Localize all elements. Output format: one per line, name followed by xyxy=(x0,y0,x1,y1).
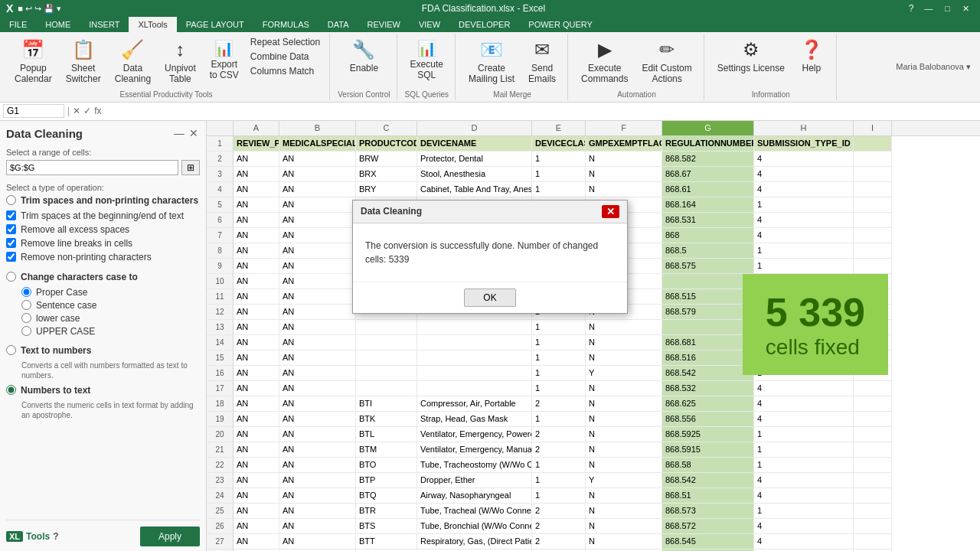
range-input[interactable] xyxy=(6,160,178,175)
cell-G8[interactable]: 868.5 xyxy=(662,243,754,259)
remove-non-printing-check[interactable] xyxy=(6,252,16,262)
help-sidebar-icon[interactable]: ? xyxy=(53,531,58,542)
cell-E2[interactable]: 1 xyxy=(532,152,586,167)
cell-C25[interactable]: BTR xyxy=(356,504,417,519)
cell-B21[interactable]: AN xyxy=(279,442,356,458)
cell-I26[interactable] xyxy=(854,519,892,534)
cell-B13[interactable]: AN xyxy=(279,320,356,335)
cell-F18[interactable]: N xyxy=(586,396,662,412)
cell-B11[interactable]: AN xyxy=(279,289,356,305)
col-header-b[interactable]: B xyxy=(279,121,356,135)
cell-E23[interactable]: 1 xyxy=(532,473,586,488)
cell-E25[interactable]: 2 xyxy=(532,504,586,519)
cell-G13[interactable] xyxy=(662,320,754,335)
cell-D14[interactable] xyxy=(417,335,532,350)
enable-button[interactable]: 🔧 Enable xyxy=(345,35,384,77)
cell-B2[interactable]: AN xyxy=(279,152,356,167)
columns-match-button[interactable]: Columns Match xyxy=(247,64,323,78)
cell-F24[interactable]: N xyxy=(586,488,662,504)
cell-B8[interactable]: AN xyxy=(279,243,356,259)
cell-F2[interactable]: N xyxy=(586,152,662,167)
cell-D3[interactable]: Stool, Anesthesia xyxy=(417,167,532,182)
col-header-c[interactable]: C xyxy=(356,121,417,135)
cell-H26[interactable]: 4 xyxy=(754,519,854,534)
cell-A15[interactable]: AN xyxy=(234,350,279,366)
cell-I19[interactable] xyxy=(854,412,892,427)
cell-D23[interactable]: Dropper, Ether xyxy=(417,473,532,488)
tab-page-layout[interactable]: PAGE LAYOUT xyxy=(177,17,253,32)
text-numbers-radio[interactable] xyxy=(6,345,16,355)
cell-E14[interactable]: 1 xyxy=(532,335,586,350)
cell-d1[interactable]: DEVICENAME xyxy=(417,136,532,152)
cell-F21[interactable]: N xyxy=(586,442,662,458)
cell-B7[interactable]: AN xyxy=(279,228,356,243)
cell-A18[interactable]: AN xyxy=(234,396,279,412)
cell-C17[interactable] xyxy=(356,381,417,396)
cell-E20[interactable]: 2 xyxy=(532,427,586,442)
cell-B9[interactable]: AN xyxy=(279,259,356,274)
cell-F4[interactable]: N xyxy=(586,182,662,197)
export-csv-button[interactable]: 📊 Exportto CSV xyxy=(204,35,244,85)
cell-G25[interactable]: 868.573 xyxy=(662,504,754,519)
cell-C24[interactable]: BTQ xyxy=(356,488,417,504)
cell-A13[interactable]: AN xyxy=(234,320,279,335)
cell-I21[interactable] xyxy=(854,442,892,458)
cell-A19[interactable]: AN xyxy=(234,412,279,427)
cell-F25[interactable]: N xyxy=(586,504,662,519)
cell-F13[interactable]: N xyxy=(586,320,662,335)
sidebar-minimize-button[interactable]: — xyxy=(172,127,186,139)
cell-D21[interactable]: Ventilator, Emergency, Manual (Resuscita… xyxy=(417,442,532,458)
cell-I7[interactable] xyxy=(854,228,892,243)
cell-F14[interactable]: N xyxy=(586,335,662,350)
cell-B6[interactable]: AN xyxy=(279,213,356,228)
cell-a1[interactable]: REVIEW_PANEL xyxy=(234,136,279,152)
cell-B14[interactable]: AN xyxy=(279,335,356,350)
cell-C23[interactable]: BTP xyxy=(356,473,417,488)
cell-E18[interactable]: 2 xyxy=(532,396,586,412)
case-radio[interactable] xyxy=(6,272,16,282)
sidebar-close-button[interactable]: ✕ xyxy=(188,127,200,139)
col-header-a[interactable]: A xyxy=(234,121,279,135)
data-cleaning-button[interactable]: 🧹 DataCleaning xyxy=(109,35,156,89)
cell-G7[interactable]: 868 xyxy=(662,228,754,243)
restore-button[interactable]: □ xyxy=(940,3,955,14)
create-mailing-button[interactable]: 📧 CreateMailing List xyxy=(463,35,520,89)
cell-H19[interactable]: 4 xyxy=(754,412,854,427)
cell-C4[interactable]: BRY xyxy=(356,182,417,197)
cell-B23[interactable]: AN xyxy=(279,473,356,488)
cell-C13[interactable] xyxy=(356,320,417,335)
tab-xltools[interactable]: XLTools xyxy=(129,17,176,32)
cell-A24[interactable]: AN xyxy=(234,488,279,504)
cell-G6[interactable]: 868.531 xyxy=(662,213,754,228)
cell-B24[interactable]: AN xyxy=(279,488,356,504)
cell-G20[interactable]: 868.5925 xyxy=(662,427,754,442)
cell-E27[interactable]: 2 xyxy=(532,534,586,549)
cell-H23[interactable]: 4 xyxy=(754,473,854,488)
cell-H2[interactable]: 4 xyxy=(754,152,854,167)
cancel-formula-icon[interactable]: ✕ xyxy=(73,106,80,116)
cell-E15[interactable]: 1 xyxy=(532,350,586,366)
tab-home[interactable]: HOME xyxy=(36,17,80,32)
dialog-close-button[interactable]: ✕ xyxy=(602,205,619,218)
cell-g1[interactable]: REGULATIONNUMBER xyxy=(662,136,754,152)
col-header-g[interactable]: G xyxy=(662,121,754,135)
tab-developer[interactable]: DEVELOPER xyxy=(449,17,519,32)
cell-E19[interactable]: 1 xyxy=(532,412,586,427)
cell-G2[interactable]: 868.582 xyxy=(662,152,754,167)
cell-G11[interactable]: 868.515 xyxy=(662,289,754,305)
cell-B12[interactable]: AN xyxy=(279,305,356,320)
cell-D25[interactable]: Tube, Tracheal (W/Wo Connector) xyxy=(417,504,532,519)
tab-formulas[interactable]: FORMULAS xyxy=(253,17,318,32)
cell-H24[interactable]: 4 xyxy=(754,488,854,504)
cell-A22[interactable]: AN xyxy=(234,458,279,473)
cell-E17[interactable]: 1 xyxy=(532,381,586,396)
cell-G12[interactable]: 868.579 xyxy=(662,305,754,320)
cell-A26[interactable]: AN xyxy=(234,519,279,534)
confirm-formula-icon[interactable]: ✓ xyxy=(83,106,91,116)
col-header-f[interactable]: F xyxy=(586,121,662,135)
cell-A7[interactable]: AN xyxy=(234,228,279,243)
cell-I22[interactable] xyxy=(854,458,892,473)
cell-D24[interactable]: Airway, Nasopharyngeal xyxy=(417,488,532,504)
cell-G9[interactable]: 868.575 xyxy=(662,259,754,274)
cell-A12[interactable]: AN xyxy=(234,305,279,320)
